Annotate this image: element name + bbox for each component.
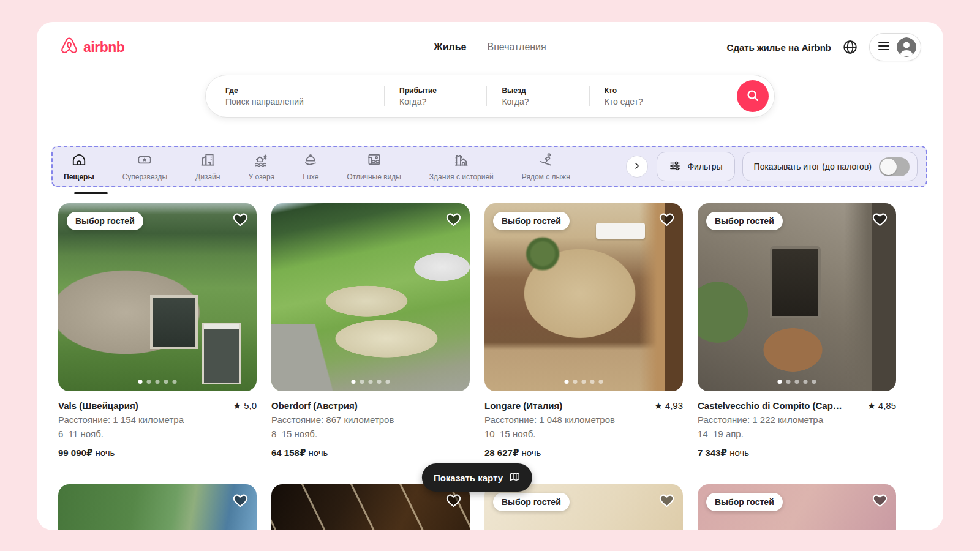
search-where-field[interactable]: Где Поиск направлений xyxy=(206,86,384,107)
listing-card-longare[interactable]: Выбор гостей Longare (Италия) ★ 4,93 Рас… xyxy=(484,203,683,459)
wishlist-heart-icon[interactable] xyxy=(232,492,249,509)
listing-card-castelvecchio[interactable]: Выбор гостей Castelvecchio di Compito (C… xyxy=(698,203,896,459)
carousel-dots[interactable] xyxy=(352,380,390,384)
listing-photo: Выбор гостей xyxy=(58,203,257,391)
search-button[interactable] xyxy=(737,80,769,112)
category-label: Здания с историей xyxy=(429,173,494,181)
listing-rating: ★ 4,85 xyxy=(867,400,896,411)
category-bar: Пещеры Суперзвезды xyxy=(51,146,927,187)
luxe-cloche-icon xyxy=(303,152,318,168)
listing-info: Longare (Италия) ★ 4,93 Расстояние: 1 04… xyxy=(484,399,683,459)
wishlist-heart-icon[interactable] xyxy=(872,211,888,228)
wishlist-heart-icon[interactable] xyxy=(872,492,888,509)
amazing-views-icon xyxy=(366,152,382,168)
user-menu-button[interactable] xyxy=(869,33,921,61)
carousel-dots[interactable] xyxy=(778,380,816,384)
search-who-field[interactable]: Кто Кто едет? xyxy=(590,86,737,107)
total-before-taxes-box: Показывать итог (до налогов) xyxy=(742,152,918,181)
listing-card-row2-1[interactable] xyxy=(58,484,257,530)
total-before-taxes-label: Показывать итог (до налогов) xyxy=(754,162,872,171)
search-checkin-field[interactable]: Прибытие Когда? xyxy=(385,86,486,107)
wishlist-heart-icon[interactable] xyxy=(232,211,249,228)
category-historical-homes[interactable]: Здания с историей xyxy=(429,152,494,181)
listing-photo xyxy=(271,203,470,391)
category-label: Отличные виды xyxy=(347,173,401,181)
filters-button[interactable]: Фильтры xyxy=(657,152,734,181)
filters-label: Фильтры xyxy=(687,162,722,171)
listing-distance: Расстояние: 1 154 километра xyxy=(58,413,257,427)
design-building-icon xyxy=(200,152,216,168)
search-icon xyxy=(746,89,760,104)
hamburger-menu-icon xyxy=(878,41,889,53)
category-superhosts[interactable]: Суперзвезды xyxy=(123,152,167,181)
listing-title: Oberdorf (Австрия) xyxy=(271,399,470,413)
listing-title: Vals (Швейцария) xyxy=(58,399,227,413)
host-your-home-link[interactable]: Сдать жилье на Airbnb xyxy=(727,42,831,53)
listing-title: Castelvecchio di Compito (Cap… xyxy=(698,399,861,413)
airbnb-page: airbnb Жилье Впечатления Сдать жилье на … xyxy=(37,22,943,530)
category-caves[interactable]: Пещеры xyxy=(64,152,94,181)
show-map-button[interactable]: Показать карту xyxy=(422,463,532,492)
categories-next-button[interactable] xyxy=(626,156,648,178)
category-design[interactable]: Дизайн xyxy=(195,152,220,181)
total-before-taxes-toggle[interactable] xyxy=(879,157,910,176)
header: airbnb Жилье Впечатления Сдать жилье на … xyxy=(37,22,943,135)
airbnb-belo-icon xyxy=(59,36,80,59)
superhost-ticket-icon xyxy=(137,152,153,168)
category-label: Luxe xyxy=(303,173,318,181)
tab-homes[interactable]: Жилье xyxy=(434,42,466,53)
active-category-underline xyxy=(74,192,108,194)
chevron-right-icon xyxy=(632,161,642,173)
map-icon xyxy=(509,471,521,484)
wishlist-heart-icon[interactable] xyxy=(658,211,675,228)
listing-distance: Расстояние: 1 222 километра xyxy=(698,413,896,427)
airbnb-logo-text: airbnb xyxy=(83,39,124,56)
filter-sliders-icon xyxy=(669,160,681,174)
airbnb-logo[interactable]: airbnb xyxy=(59,36,124,59)
listing-card-vals[interactable]: Выбор гостей Vals (Швейцария) ★ 5,0 Расс… xyxy=(58,203,257,459)
lakefront-icon xyxy=(254,152,270,168)
listing-photo: Выбор гостей xyxy=(484,203,683,391)
search-checkin-placeholder: Когда? xyxy=(399,97,472,107)
listing-info: Vals (Швейцария) ★ 5,0 Расстояние: 1 154… xyxy=(58,399,257,459)
guest-favorite-badge: Выбор гостей xyxy=(706,493,783,511)
tab-experiences[interactable]: Впечатления xyxy=(487,42,546,53)
listing-distance: Расстояние: 867 километров xyxy=(271,413,470,427)
search-checkout-placeholder: Когда? xyxy=(502,97,574,107)
listing-distance: Расстояние: 1 048 километров xyxy=(484,413,683,427)
category-luxe[interactable]: Luxe xyxy=(303,152,318,181)
carousel-dots[interactable] xyxy=(565,380,603,384)
wishlist-heart-icon[interactable] xyxy=(658,492,675,509)
wishlist-heart-icon[interactable] xyxy=(445,211,462,228)
category-amazing-views[interactable]: Отличные виды xyxy=(347,152,401,181)
search-checkout-field[interactable]: Выезд Когда? xyxy=(487,86,589,107)
listing-info: Oberdorf (Австрия) Расстояние: 867 килом… xyxy=(271,399,470,459)
listing-photo xyxy=(58,484,257,530)
listing-title: Longare (Италия) xyxy=(484,399,648,413)
search-who-label: Кто xyxy=(605,86,722,95)
guest-favorite-badge: Выбор гостей xyxy=(493,493,570,511)
category-label: Пещеры xyxy=(64,173,94,181)
listing-dates: 14–19 апр. xyxy=(698,427,896,441)
historic-building-icon xyxy=(453,152,469,168)
wishlist-heart-icon[interactable] xyxy=(445,492,462,509)
guest-favorite-badge: Выбор гостей xyxy=(706,212,783,230)
listing-card-row2-4[interactable]: Выбор гостей xyxy=(698,484,896,530)
category-label: Суперзвезды xyxy=(123,173,167,181)
listing-photo: Выбор гостей xyxy=(698,484,896,530)
category-list: Пещеры Суперзвезды xyxy=(64,147,637,186)
category-label: Дизайн xyxy=(195,173,220,181)
carousel-dots[interactable] xyxy=(138,380,177,384)
cave-icon xyxy=(71,152,87,168)
category-bar-annotation: Пещеры Суперзвезды xyxy=(51,146,927,187)
listing-rating: ★ 4,93 xyxy=(654,400,683,411)
category-ski-in-out[interactable]: Рядом с лыжн xyxy=(522,152,570,181)
category-lakefront[interactable]: У озера xyxy=(248,152,274,181)
listing-dates: 6–11 нояб. xyxy=(58,427,257,441)
listing-card-oberdorf[interactable]: Oberdorf (Австрия) Расстояние: 867 килом… xyxy=(271,203,470,459)
search-where-placeholder: Поиск направлений xyxy=(225,97,369,107)
listing-dates: 10–15 нояб. xyxy=(484,427,683,441)
search-bar-row: Где Поиск направлений Прибытие Когда? Вы… xyxy=(37,75,943,118)
language-globe-icon[interactable] xyxy=(842,39,858,55)
listing-price: 28 627₽ ночь xyxy=(484,448,683,459)
